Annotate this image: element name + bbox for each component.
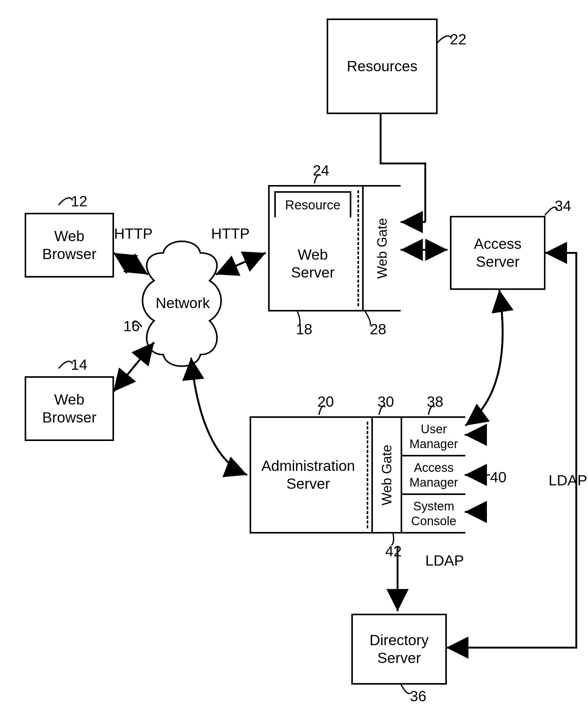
directory-server-label: Directory Server: [370, 631, 429, 667]
system-console-cell: System Console: [402, 495, 465, 532]
user-manager-cell: User Manager: [402, 418, 465, 456]
admin-webgate: Web Gate: [371, 418, 401, 532]
ref-16: 16: [123, 318, 140, 334]
ref-34: 34: [555, 197, 571, 214]
edge-ldap1: LDAP: [425, 552, 464, 569]
ref-18: 18: [296, 321, 312, 338]
admin-server-node: Administration Server Web Gate User Mana…: [250, 416, 465, 533]
admin-managers-stack: User Manager Access Manager System Conso…: [401, 418, 465, 532]
ref-24: 24: [313, 162, 329, 179]
ref-20: 20: [317, 393, 334, 410]
edge-ldap2: LDAP: [549, 472, 587, 489]
web-browser-2-node: Web Browser: [25, 376, 114, 441]
web-browser-1-node: Web Browser: [25, 213, 114, 278]
access-server-label: Access Server: [474, 235, 522, 270]
network-label: Network: [150, 294, 215, 311]
web-server-webgate: Web Gate: [362, 187, 401, 310]
admin-server-label-wrap: Administration Server: [251, 418, 365, 532]
ref-12: 12: [71, 193, 87, 210]
web-server-webgate-dash: [357, 190, 359, 306]
web-server-inner-resource: Resource: [274, 191, 351, 219]
web-server-node: Resource Web Server Web Gate: [268, 185, 401, 311]
ref-40: 40: [490, 469, 506, 486]
ref-36: 36: [410, 688, 426, 705]
ref-38: 38: [427, 393, 443, 410]
edge-http2: HTTP: [211, 225, 250, 242]
ref-42: 42: [385, 543, 402, 560]
web-browser-1-label: Web Browser: [42, 227, 97, 263]
edge-http1: HTTP: [114, 225, 152, 242]
web-server-label: Web Server: [291, 246, 334, 281]
ref-22: 22: [450, 31, 466, 48]
access-manager-cell: Access Manager: [402, 456, 465, 495]
admin-server-label: Administration Server: [261, 457, 355, 492]
directory-server-node: Directory Server: [351, 614, 447, 685]
web-browser-2-label: Web Browser: [42, 391, 97, 426]
web-server-label-wrap: Web Server: [270, 218, 356, 310]
access-server-node: Access Server: [450, 216, 545, 290]
ref-30: 30: [378, 393, 394, 410]
connectors: [0, 0, 588, 713]
admin-webgate-dash: [367, 422, 368, 528]
network-cloud-shape: [0, 0, 588, 713]
ref-14: 14: [71, 356, 87, 373]
resources-label: Resources: [347, 57, 417, 75]
resources-node: Resources: [327, 19, 438, 114]
ref-28: 28: [370, 321, 386, 338]
architecture-diagram: Resources Web Browser Web Browser Networ…: [0, 0, 588, 713]
